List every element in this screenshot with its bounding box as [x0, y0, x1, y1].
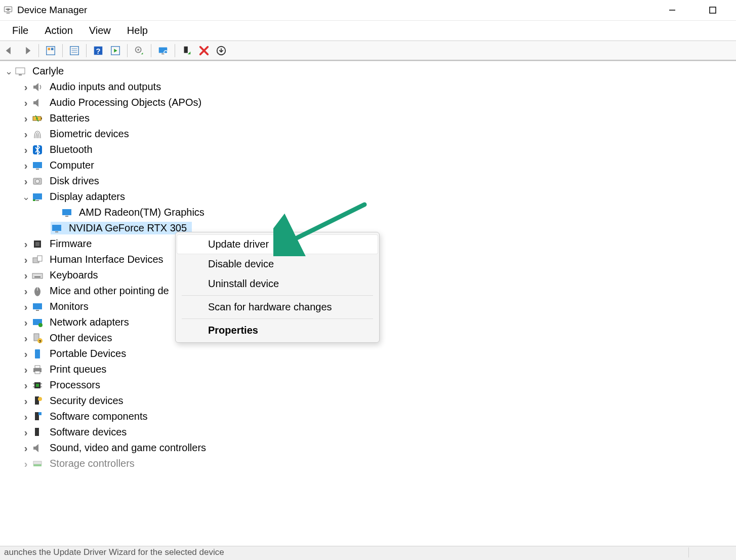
status-text: aunches the Update Driver Wizard for the…	[4, 547, 224, 557]
expand-icon[interactable]	[21, 428, 30, 437]
tree-item-storage-controllers[interactable]: Storage controllers	[1, 456, 735, 471]
toolbar-separator	[86, 44, 87, 57]
svg-rect-25	[19, 74, 22, 75]
expand-icon[interactable]	[21, 396, 30, 406]
svg-rect-27	[41, 117, 42, 119]
toolbar-properties-button[interactable]	[67, 43, 82, 58]
expand-icon[interactable]	[21, 98, 30, 107]
expand-icon[interactable]	[21, 365, 30, 374]
toolbar-update-driver-button[interactable]	[132, 43, 147, 58]
expand-icon[interactable]	[21, 412, 30, 421]
tree-item-apo[interactable]: Audio Processing Objects (APOs)	[1, 95, 735, 110]
svg-point-54	[38, 323, 43, 327]
hid-icon	[31, 254, 44, 266]
expand-icon[interactable]	[4, 67, 13, 76]
context-menu: Update driver Disable device Uninstall d…	[175, 232, 380, 343]
toolbar-disable-button[interactable]	[214, 43, 229, 58]
security-icon	[31, 395, 44, 407]
toolbar-separator	[151, 44, 151, 57]
expand-icon[interactable]	[21, 287, 30, 296]
context-scan-hardware[interactable]: Scan for hardware changes	[177, 297, 378, 317]
expand-icon[interactable]	[21, 192, 30, 202]
keyboard-icon	[31, 269, 44, 282]
tree-item-bluetooth[interactable]: Bluetooth	[1, 142, 735, 157]
expand-icon[interactable]	[21, 145, 30, 154]
svg-rect-37	[65, 216, 68, 217]
display-adapter-icon	[61, 207, 73, 219]
tree-item-amd-radeon[interactable]: AMD Radeon(TM) Graphics	[1, 205, 735, 220]
tree-item-audio-inputs[interactable]: Audio inputs and outputs	[1, 79, 735, 95]
expand-icon[interactable]	[21, 161, 30, 170]
expand-icon[interactable]	[21, 114, 30, 123]
tree-item-print-queues[interactable]: Print queues	[1, 362, 735, 377]
expand-icon[interactable]	[21, 318, 30, 327]
tree-item-display-adapters[interactable]: Display adapters	[1, 189, 735, 205]
context-uninstall-device[interactable]: Uninstall device	[177, 274, 378, 294]
menu-bar: File Action View Help	[0, 20, 736, 41]
expand-icon[interactable]	[21, 334, 30, 343]
spacer	[51, 208, 60, 217]
toolbar-enable-button[interactable]	[179, 43, 194, 58]
expand-icon[interactable]	[21, 349, 30, 358]
svg-rect-60	[35, 366, 40, 368]
svg-point-18	[137, 49, 139, 51]
svg-rect-44	[32, 273, 43, 278]
toolbar-all-devices-button[interactable]	[43, 43, 58, 58]
display-adapter-icon	[31, 191, 44, 203]
cpu-icon	[31, 379, 44, 391]
toolbar-back-button[interactable]	[2, 43, 17, 58]
expand-icon[interactable]	[21, 271, 30, 280]
toolbar-separator	[38, 44, 39, 57]
expand-icon[interactable]	[21, 444, 30, 453]
speaker-icon	[31, 97, 44, 109]
svg-text:?: ?	[96, 47, 101, 55]
menu-action[interactable]: Action	[36, 23, 81, 38]
menu-view[interactable]: View	[81, 23, 119, 38]
menu-help[interactable]: Help	[119, 23, 156, 38]
expand-icon[interactable]	[21, 83, 30, 92]
tree-item-computer[interactable]: Computer	[1, 157, 735, 173]
svg-rect-43	[37, 256, 42, 261]
svg-rect-8	[48, 48, 51, 50]
expand-icon[interactable]	[21, 459, 30, 468]
expand-icon[interactable]	[21, 239, 30, 249]
svg-rect-70	[35, 412, 39, 420]
chip-icon	[31, 238, 44, 250]
toolbar-forward-button[interactable]	[19, 43, 34, 58]
context-properties[interactable]: Properties	[177, 321, 378, 340]
svg-rect-52	[36, 310, 39, 311]
tree-item-processors[interactable]: Processors	[1, 377, 735, 393]
mouse-icon	[31, 285, 44, 297]
expand-icon[interactable]	[21, 130, 30, 139]
speaker-icon	[31, 81, 44, 93]
toolbar-scan-button[interactable]	[155, 43, 171, 58]
context-disable-device[interactable]: Disable device	[177, 254, 378, 274]
tree-root[interactable]: Carlyle	[1, 63, 735, 79]
tree-item-software-components[interactable]: Software components	[1, 409, 735, 424]
tree-item-sound-video-game[interactable]: Sound, video and game controllers	[1, 440, 735, 456]
tree-root-label: Carlyle	[30, 65, 66, 77]
toolbar-help-button[interactable]: ?	[91, 43, 106, 58]
expand-icon[interactable]	[21, 302, 30, 311]
expand-icon[interactable]	[21, 177, 30, 186]
tree-item-biometric[interactable]: Biometric devices	[1, 126, 735, 142]
expand-icon[interactable]	[21, 381, 30, 390]
tree-item-security-devices[interactable]: Security devices	[1, 393, 735, 409]
tree-item-portable-devices[interactable]: Portable Devices	[1, 346, 735, 362]
toolbar-action-button[interactable]	[108, 43, 123, 58]
portable-device-icon	[31, 348, 44, 360]
context-update-driver[interactable]: Update driver	[177, 234, 378, 254]
svg-rect-4	[7, 9, 9, 11]
minimize-button[interactable]	[662, 3, 682, 18]
expand-icon[interactable]	[21, 255, 30, 264]
maximize-button[interactable]	[703, 3, 723, 18]
svg-point-69	[38, 397, 42, 401]
monitor-icon	[31, 159, 44, 172]
tree-item-disk-drives[interactable]: Disk drives	[1, 173, 735, 189]
toolbar-uninstall-button[interactable]	[196, 43, 212, 58]
tree-item-software-devices[interactable]: Software devices	[1, 424, 735, 440]
toolbar-separator	[127, 44, 128, 57]
tree-item-batteries[interactable]: Batteries	[1, 110, 735, 126]
menu-file[interactable]: File	[4, 23, 36, 38]
svg-text:?: ?	[39, 339, 42, 344]
